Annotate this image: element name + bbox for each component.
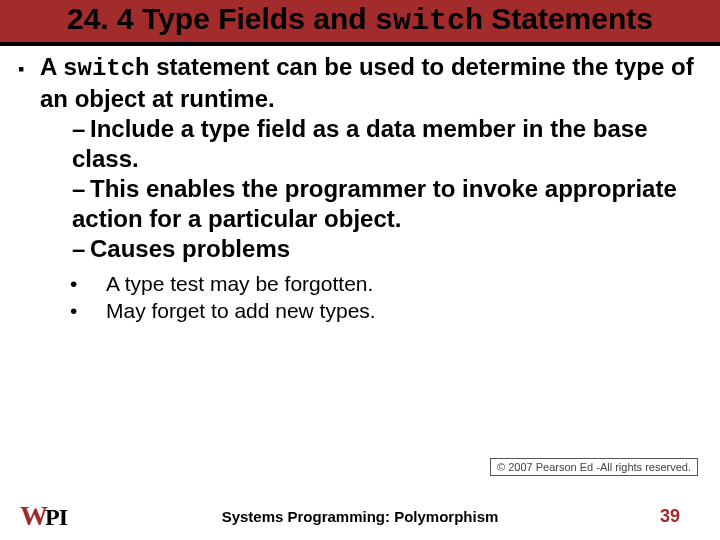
copyright-box: © 2007 Pearson Ed -All rights reserved. <box>490 458 698 476</box>
sub-text: Causes problems <box>90 235 290 262</box>
title-post: Statements <box>483 2 653 35</box>
sub-bullet: –This enables the programmer to invoke a… <box>18 174 702 234</box>
sub-bullet: –Include a type field as a data member i… <box>18 114 702 174</box>
bullet-marker: ▪ <box>18 52 40 114</box>
bullet-pre: A <box>40 53 63 80</box>
bullet-text: A switch statement can be used to determ… <box>40 52 702 114</box>
subsub-wrap: •A type test may be forgotten. •May forg… <box>18 264 702 325</box>
subsub-text: A type test may be forgotten. <box>106 272 373 295</box>
slide: 24. 4 Type Fields and switch Statements … <box>0 0 720 540</box>
title-mono: switch <box>375 4 483 38</box>
logo-w: W <box>20 500 47 532</box>
body: ▪ A switch statement can be used to dete… <box>0 46 720 325</box>
copyright-text: © 2007 Pearson Ed -All rights reserved. <box>497 461 691 473</box>
title-pre: 24. 4 Type Fields and <box>67 2 375 35</box>
bullet-mono: switch <box>63 55 149 82</box>
sub-text: Include a type field as a data member in… <box>72 115 648 172</box>
subsub-bullet: •May forget to add new types. <box>88 297 702 324</box>
sub-bullet: –Causes problems <box>18 234 702 264</box>
wpi-logo: WPI <box>20 500 67 532</box>
subsub-bullet: •A type test may be forgotten. <box>88 270 702 297</box>
title-bar: 24. 4 Type Fields and switch Statements <box>0 0 720 46</box>
slide-title: 24. 4 Type Fields and switch Statements <box>0 2 720 42</box>
bullet-level0: ▪ A switch statement can be used to dete… <box>18 52 702 114</box>
logo-pi: PI <box>45 504 67 531</box>
footer-title: Systems Programming: Polymorphism <box>0 508 720 525</box>
page-number: 39 <box>660 506 680 527</box>
subsub-text: May forget to add new types. <box>106 299 376 322</box>
sub-text: This enables the programmer to invoke ap… <box>72 175 677 232</box>
footer: WPI Systems Programming: Polymorphism 39 <box>0 492 720 540</box>
